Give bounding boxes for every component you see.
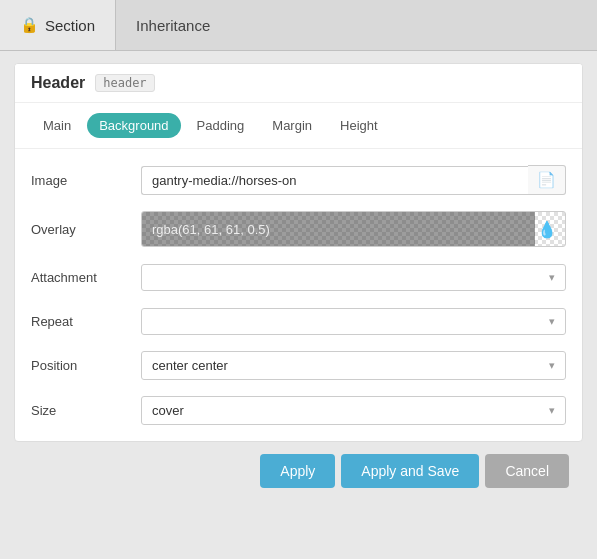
panel-badge: header [95,74,154,92]
label-overlay: Overlay [31,222,141,237]
image-browse-btn[interactable]: 📄 [528,165,566,195]
tab-section[interactable]: 🔒 Section [0,0,116,50]
control-size: cover ▾ [141,396,566,425]
position-arrow-icon: ▾ [549,359,555,372]
form-row-attachment: Attachment ▾ [15,255,582,299]
cancel-button[interactable]: Cancel [485,454,569,488]
form-row-position: Position center center ▾ [15,343,582,388]
position-select[interactable]: center center ▾ [141,351,566,380]
size-select[interactable]: cover ▾ [141,396,566,425]
control-overlay: rgba(61, 61, 61, 0.5) 💧 [141,211,566,247]
label-repeat: Repeat [31,314,141,329]
label-attachment: Attachment [31,270,141,285]
panel-title: Header [31,74,85,92]
form-table: Image 📄 Overlay rg [15,149,582,441]
position-value: center center [152,358,549,373]
sub-tab-main[interactable]: Main [31,113,83,138]
overlay-value: rgba(61, 61, 61, 0.5) [142,216,529,243]
dropper-icon[interactable]: 💧 [529,215,565,244]
control-repeat: ▾ [141,308,566,335]
control-image: 📄 [141,165,566,195]
form-row-overlay: Overlay rgba(61, 61, 61, 0.5) 💧 [15,203,582,255]
size-arrow-icon: ▾ [549,404,555,417]
sub-tab-height[interactable]: Height [328,113,390,138]
sub-tab-padding[interactable]: Padding [185,113,257,138]
form-row-repeat: Repeat ▾ [15,299,582,343]
size-value: cover [152,403,549,418]
form-row-size: Size cover ▾ [15,388,582,433]
repeat-arrow-icon: ▾ [549,315,555,328]
image-input[interactable] [141,166,528,195]
apply-save-button[interactable]: Apply and Save [341,454,479,488]
sub-tab-background[interactable]: Background [87,113,180,138]
sub-tabs: Main Background Padding Margin Height [15,103,582,149]
form-row-image: Image 📄 [15,157,582,203]
control-position: center center ▾ [141,351,566,380]
control-attachment: ▾ [141,264,566,291]
panel-header: Header header [15,64,582,103]
sub-tab-margin[interactable]: Margin [260,113,324,138]
content-area: Header header Main Background Padding Ma… [0,51,597,559]
tab-inheritance[interactable]: Inheritance [116,0,230,50]
overlay-field[interactable]: rgba(61, 61, 61, 0.5) 💧 [141,211,566,247]
panel: Header header Main Background Padding Ma… [14,63,583,442]
apply-button[interactable]: Apply [260,454,335,488]
label-size: Size [31,403,141,418]
label-position: Position [31,358,141,373]
label-image: Image [31,173,141,188]
lock-icon: 🔒 [20,16,39,34]
file-icon: 📄 [537,171,556,189]
tab-inheritance-label: Inheritance [136,17,210,34]
tab-bar: 🔒 Section Inheritance [0,0,597,51]
attachment-select[interactable]: ▾ [141,264,566,291]
tab-section-label: Section [45,17,95,34]
attachment-arrow-icon: ▾ [549,271,555,284]
footer: Apply Apply and Save Cancel [14,442,583,500]
repeat-select[interactable]: ▾ [141,308,566,335]
image-input-group: 📄 [141,165,566,195]
